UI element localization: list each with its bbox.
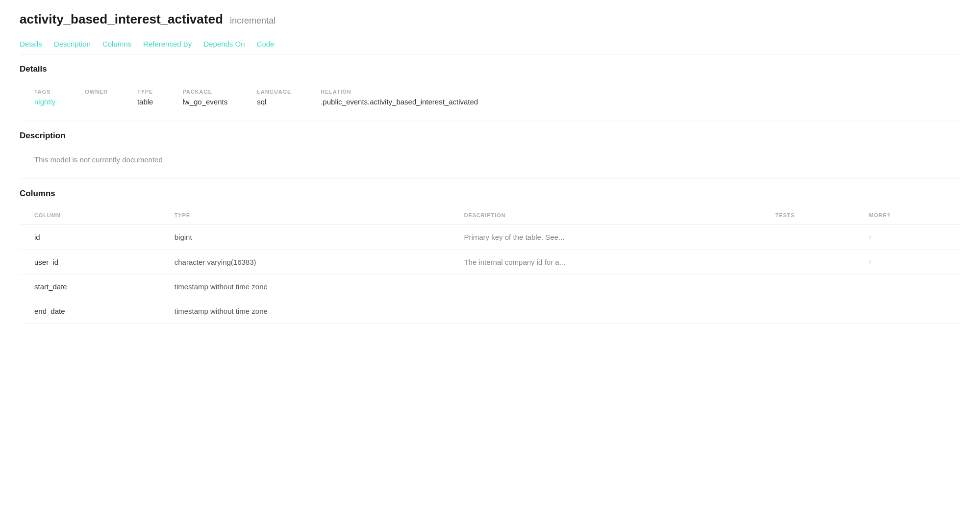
- chevron-right-icon[interactable]: ›: [869, 232, 872, 241]
- table-row: idbigintPrimary key of the table. See...…: [20, 225, 960, 250]
- column-tests-cell: [767, 225, 861, 250]
- owner-detail: OWNER: [85, 89, 108, 98]
- type-detail: TYPE table: [137, 89, 153, 106]
- column-tests-cell: [767, 299, 861, 324]
- language-label: LANGUAGE: [257, 89, 291, 95]
- details-section: Details TAGS nightly OWNER TYPE table PA…: [20, 54, 960, 121]
- column-desc-cell: Primary key of the table. See...: [456, 225, 767, 250]
- column-type-cell: timestamp without time zone: [167, 299, 456, 324]
- page-container: activity_based_interest_activated increm…: [0, 0, 980, 353]
- nav-tabs: Details Description Columns Referenced B…: [20, 35, 960, 54]
- table-row: user_idcharacter varying(16383)The inter…: [20, 250, 960, 275]
- details-grid: TAGS nightly OWNER TYPE table PACKAGE lw…: [20, 84, 960, 111]
- page-title: activity_based_interest_activated: [20, 12, 223, 26]
- column-name-cell: end_date: [20, 299, 167, 324]
- column-more-cell[interactable]: ›: [861, 225, 960, 250]
- tab-columns[interactable]: Columns: [102, 35, 131, 54]
- tab-code[interactable]: Code: [257, 35, 275, 54]
- column-desc-cell: [456, 299, 767, 324]
- page-subtitle: incremental: [230, 16, 276, 25]
- description-text: This model is not currently documented: [20, 151, 960, 169]
- language-value: sql: [257, 98, 291, 106]
- package-detail: PACKAGE lw_go_events: [182, 89, 227, 106]
- tags-label: TAGS: [34, 89, 55, 95]
- column-name-cell: start_date: [20, 275, 167, 299]
- col-header-tests: TESTS: [767, 208, 861, 225]
- tab-depends-on[interactable]: Depends On: [203, 35, 245, 54]
- tab-details[interactable]: Details: [20, 35, 42, 54]
- columns-section-title: Columns: [20, 189, 960, 199]
- column-tests-cell: [767, 275, 861, 299]
- columns-header-row: COLUMN TYPE DESCRIPTION TESTS MORE?: [20, 208, 960, 225]
- col-header-column: COLUMN: [20, 208, 167, 225]
- chevron-right-icon[interactable]: ›: [869, 257, 872, 266]
- col-header-description: DESCRIPTION: [456, 208, 767, 225]
- table-row: end_datetimestamp without time zone: [20, 299, 960, 324]
- type-label: TYPE: [137, 89, 153, 95]
- tab-referenced-by[interactable]: Referenced By: [143, 35, 192, 54]
- package-label: PACKAGE: [182, 89, 227, 95]
- col-header-type: TYPE: [167, 208, 456, 225]
- owner-label: OWNER: [85, 89, 108, 95]
- column-more-cell[interactable]: ›: [861, 250, 960, 275]
- tab-description[interactable]: Description: [54, 35, 91, 54]
- relation-detail: RELATION .public_events.activity_based_i…: [321, 89, 478, 106]
- description-section: Description This model is not currently …: [20, 121, 960, 179]
- details-section-title: Details: [20, 64, 960, 74]
- language-detail: LANGUAGE sql: [257, 89, 291, 106]
- type-value: table: [137, 98, 153, 106]
- column-more-cell: [861, 275, 960, 299]
- package-value: lw_go_events: [182, 98, 227, 106]
- column-type-cell: timestamp without time zone: [167, 275, 456, 299]
- column-type-cell: bigint: [167, 225, 456, 250]
- column-type-cell: character varying(16383): [167, 250, 456, 275]
- column-tests-cell: [767, 250, 861, 275]
- tags-detail: TAGS nightly: [34, 89, 55, 106]
- description-section-title: Description: [20, 131, 960, 141]
- column-desc-cell: [456, 275, 767, 299]
- column-desc-cell: The internal company id for a...: [456, 250, 767, 275]
- relation-value: .public_events.activity_based_interest_a…: [321, 98, 478, 106]
- columns-section: Columns COLUMN TYPE DESCRIPTION TESTS MO…: [20, 179, 960, 333]
- col-header-more: MORE?: [861, 208, 960, 225]
- column-name-cell: user_id: [20, 250, 167, 275]
- page-header: activity_based_interest_activated increm…: [20, 12, 960, 27]
- column-more-cell: [861, 299, 960, 324]
- tags-value: nightly: [34, 98, 55, 106]
- column-name-cell: id: [20, 225, 167, 250]
- table-row: start_datetimestamp without time zone: [20, 275, 960, 299]
- columns-table: COLUMN TYPE DESCRIPTION TESTS MORE? idbi…: [20, 208, 960, 324]
- relation-label: RELATION: [321, 89, 478, 95]
